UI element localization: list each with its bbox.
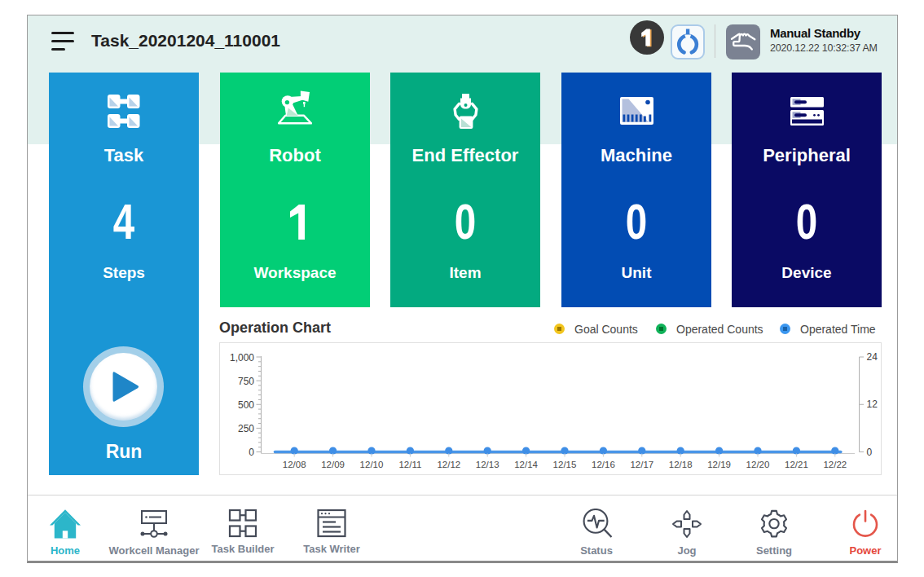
svg-text:12/22: 12/22 [823,460,847,469]
svg-text:12/15: 12/15 [553,460,577,469]
svg-text:12/21: 12/21 [785,460,808,469]
svg-text:12/16: 12/16 [592,460,615,469]
svg-text:12/13: 12/13 [476,460,499,469]
svg-text:12/12: 12/12 [437,460,460,469]
svg-text:0: 0 [249,447,254,458]
svg-text:12/20: 12/20 [746,460,770,469]
svg-text:12/11: 12/11 [398,460,421,469]
svg-text:12/09: 12/09 [321,460,345,469]
svg-text:24: 24 [867,351,878,363]
svg-text:12/17: 12/17 [630,460,653,469]
svg-text:1,000: 1,000 [230,352,254,363]
svg-text:12: 12 [867,399,878,410]
svg-text:12/14: 12/14 [514,460,538,469]
svg-text:12/08: 12/08 [283,460,306,469]
svg-text:0: 0 [867,447,873,458]
svg-text:250: 250 [238,423,254,434]
svg-text:750: 750 [238,376,254,387]
svg-text:12/19: 12/19 [707,460,731,469]
svg-text:12/18: 12/18 [669,460,693,469]
svg-text:12/10: 12/10 [360,460,384,469]
svg-text:500: 500 [238,399,254,411]
